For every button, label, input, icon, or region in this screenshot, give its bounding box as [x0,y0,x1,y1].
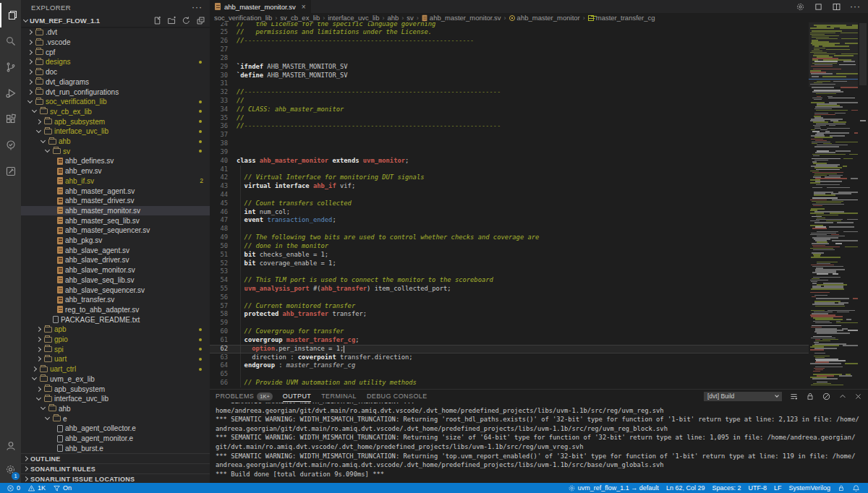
code-line-33[interactable]: 33// [210,97,809,106]
tree-item-dvt-run-configurations[interactable]: dvt_run_configurations [21,87,210,97]
code-line-56[interactable]: 56 [210,293,809,302]
status-language-mode[interactable]: SystemVerilog [785,483,834,493]
code-line-42[interactable]: 42 // Virtual Interface for monitoring D… [210,173,809,182]
breadcrumb-item-ahb-master-monitor[interactable]: ahb_master_monitor [509,14,580,22]
settings-gear-icon[interactable]: 1 [0,457,21,481]
code-line-65[interactable]: 65 [210,370,809,379]
code-line-30[interactable]: 30`define AHB_MASTER_MONITOR_SV [210,72,809,80]
code-line-32[interactable]: 32//------------------------------------… [210,88,809,97]
code-line-38[interactable]: 38 [210,140,809,148]
status-eol[interactable]: LF [770,483,786,493]
code-line-25[interactable]: 25// permissions and limitations under t… [210,28,809,37]
tree-item-sv-cb-ex-lib[interactable]: sv_cb_ex_lib [21,107,210,117]
close-panel-icon[interactable] [854,393,862,400]
code-line-54[interactable]: 54 // This TLM port is used to connect t… [210,276,809,285]
status-indentation[interactable]: Spaces: 2 [708,483,744,493]
code-line-44[interactable]: 44 [210,191,809,200]
breadcrumb-item-ahb[interactable]: ahb [387,14,399,22]
tree-item-apb-subsystem[interactable]: apb_subsystem [21,384,210,394]
new-folder-icon[interactable] [167,16,176,25]
tree-item-ahb-slave-agent-sv[interactable]: ahb_slave_agent.sv [21,245,210,255]
tab-close-icon[interactable]: × [302,3,306,11]
code-line-36[interactable]: 36//------------------------------------… [210,122,809,131]
code-line-39[interactable]: 39 [210,148,809,157]
sonarlint-icon[interactable] [0,133,21,158]
panel-tab-output[interactable]: OUTPUT [283,390,311,403]
tree-item-uvm-e-ex-lib[interactable]: uvm_e_ex_lib [21,374,210,385]
code-line-62[interactable]: 62 option.per_instance = 1; [210,345,809,353]
status-encoding[interactable]: UTF-8 [744,483,770,493]
code-line-24[interactable]: 24// the License for the specific langua… [210,22,809,28]
tree-item-ahb-master-seq-lib-sv[interactable]: ahb_master_seq_lib.sv [21,215,210,226]
tree-item-ahb-slave-driver-sv[interactable]: ahb_slave_driver.sv [21,255,210,265]
code-line-29[interactable]: 29`ifndef AHB_MASTER_MONITOR_SV [210,63,809,72]
code-line-28[interactable]: 28 [210,54,809,63]
code-line-35[interactable]: 35// [210,114,809,123]
code-line-45[interactable]: 45 // Count transfers collected [210,200,809,208]
code-line-64[interactable]: 64 endgroup : master_transfer_cg [210,361,809,370]
section-sonarlint-rules[interactable]: SONARLINT RULES [21,463,210,473]
tree-item-ahb-agent-collector-e[interactable]: ahb_agent_collector.e [21,424,210,434]
code-line-59[interactable]: 59 [210,319,809,327]
lock-autoscroll-icon[interactable] [806,392,814,401]
tree-item-designs[interactable]: designs [21,57,210,67]
tree-item-doc[interactable]: doc [21,67,210,77]
panel-tab-terminal[interactable]: TERMINAL [321,390,357,403]
tree-item-ahb-burst-e[interactable]: ahb_burst.e [21,443,210,453]
status-notifications[interactable] [848,483,864,493]
breadcrumb-item-master-transfer-cg[interactable]: master_transfer_cg [588,14,655,22]
code-line-52[interactable]: 52 bit coverage_enable = 1; [210,260,809,268]
code-line-55[interactable]: 55 uvm_analysis_port #(ahb_transfer) ite… [210,285,809,293]
run-debug-icon[interactable] [0,81,21,106]
split-editor-icon[interactable] [832,2,841,12]
tree-item-interface-uvc-lib[interactable]: interface_uvc_lib [21,394,210,404]
account-icon[interactable] [0,434,21,458]
code-line-27[interactable]: 27 [210,46,809,54]
code-line-34[interactable]: 34// CLASS: ahb_master_monitor [210,106,809,114]
tree-item-ahb-slave-sequencer-sv[interactable]: ahb_slave_sequencer.sv [21,285,210,295]
code-line-53[interactable]: 53 [210,267,809,276]
section-sonarlint-issue-locations[interactable]: SONARLINT ISSUE LOCATIONS [21,473,210,483]
tree-item-ahb-slave-monitor-sv[interactable]: ahb_slave_monitor.sv [21,265,210,275]
code-line-47[interactable]: 47 event transaction_ended; [210,216,809,225]
section-outline[interactable]: OUTLINE [21,453,210,463]
tree-item-package-readme-txt[interactable]: PACKAGE_README.txt [21,314,210,325]
source-control-icon[interactable] [0,55,21,80]
collapse-all-icon[interactable] [196,16,205,25]
scrollbar-thumb[interactable] [859,23,867,85]
tree-item-gpio[interactable]: gpio [21,335,210,345]
tree-item-ahb-master-sequencer-sv[interactable]: ahb_master_sequencer.sv [21,226,210,236]
breadcrumb-item-sv[interactable]: sv [407,14,414,22]
tree-item-soc-verification-lib[interactable]: soc_verification_lib [21,97,210,107]
layout-icon[interactable] [814,2,823,12]
breadcrumb-item-soc-verification-lib[interactable]: soc_verification_lib [214,14,272,22]
code-line-46[interactable]: 46 int num_col; [210,208,809,217]
tree-item-cpf[interactable]: cpf [21,47,210,57]
tree-item-apb-subsystem[interactable]: apb_subsystem [21,116,210,127]
tree-item-ahb-if-sv[interactable]: ahb_if.sv2 [21,176,210,187]
breadcrumb-item-interface-uvc-lib[interactable]: interface_uvc_lib [328,14,379,22]
status-error[interactable]: 0 [3,483,24,493]
search-icon[interactable] [0,29,21,53]
tab-ahb-master-monitor[interactable]: ahb_master_monitor.sv × [210,0,311,13]
run-config-gear-icon[interactable] [796,2,805,12]
tree-item-ahb-master-agent-sv[interactable]: ahb_master_agent.sv [21,186,210,196]
code-line-37[interactable]: 37 [210,131,809,140]
tree-item-ahb[interactable]: ahb [21,137,210,147]
workspace-section-header[interactable]: UVM_REF_FLOW_1.1 [21,14,210,27]
code-line-57[interactable]: 57 // Current monitored transfer [210,302,809,311]
tree-item-ahb-master-driver-sv[interactable]: ahb_master_driver.sv [21,196,210,206]
code-line-49[interactable]: 49 // The following two bits are used to… [210,233,809,242]
open-output-in-editor-icon[interactable] [789,392,799,401]
code-line-66[interactable]: 66 // Provide UVM automation and utility… [210,379,809,387]
code-line-58[interactable]: 58 protected ahb_transfer transfer; [210,310,809,319]
status-warning[interactable]: 1K [24,483,49,493]
code-line-43[interactable]: 43 virtual interface ahb_if vif; [210,182,809,191]
tree-item--dvt[interactable]: .dvt [21,27,210,38]
tree-item-e[interactable]: e [21,413,210,424]
tree-item-dvt-diagrams[interactable]: dvt_diagrams [21,77,210,87]
extensions-icon[interactable] [0,107,21,132]
code-line-51[interactable]: 51 bit checks_enable = 1; [210,251,809,260]
output-channel-select[interactable]: [dvt] Build [704,392,782,401]
breadcrumb-item-sv-cb-ex-lib[interactable]: sv_cb_ex_lib [280,14,320,22]
